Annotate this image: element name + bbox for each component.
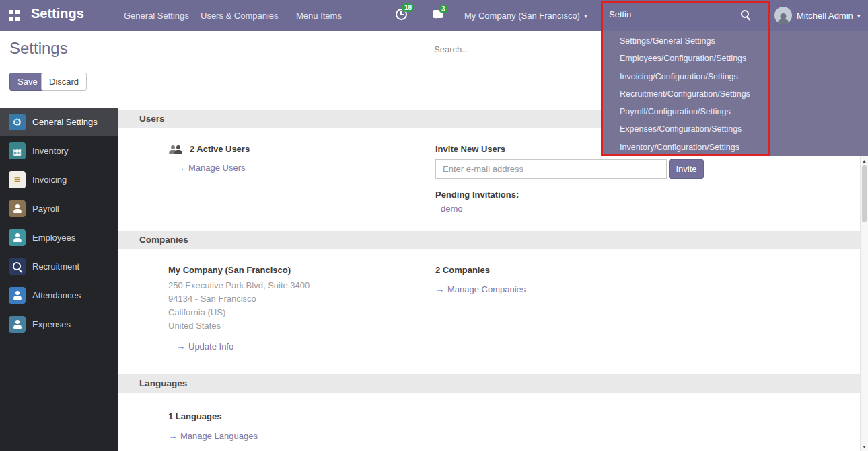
sidebar-item-attendances[interactable]: Attendances [0,281,118,310]
search-result-item[interactable]: Payroll/Configuration/Settings [602,103,868,120]
nav-general-settings[interactable]: General Settings [124,11,189,21]
settings-sidebar: ⚙ General Settings ▦ Inventory ≡ Invoici… [0,108,118,451]
company-name: My Company (San Francisco) [168,265,435,275]
section-header-languages: Languages [118,374,860,393]
search-result-item[interactable]: Settings/General Settings [602,32,868,50]
section-title: Users [139,114,165,124]
address-line: United States [168,319,435,333]
search-results-dropdown: Settings/General Settings Employees/Conf… [602,31,868,156]
search-result-item[interactable]: Expenses/Configuration/Settings [602,120,868,138]
section-companies: Companies My Company (San Francisco) 250… [118,231,860,374]
sidebar-item-general-settings[interactable]: ⚙ General Settings [0,108,118,136]
users-group-icon [168,144,184,154]
sidebar-item-employees[interactable]: Employees [0,223,118,252]
search-result-item[interactable]: Invoicing/Configuration/Settings [602,68,868,85]
search-icon[interactable] [741,10,750,19]
active-users-count: 2 Active Users [190,144,250,154]
scrollbar-thumb[interactable] [862,165,867,222]
sidebar-item-label: General Settings [32,117,98,127]
page-title: Settings [9,39,68,58]
arrow-right-icon: → [176,163,185,173]
settings-content: Users 2 Active Users → Manage Users Invi… [118,108,860,451]
update-info-link[interactable]: → Update Info [176,341,233,352]
chevron-down-icon: ▾ [857,12,861,19]
sidebar-item-inventory[interactable]: ▦ Inventory [0,136,118,165]
section-title: Companies [139,235,188,245]
sidebar-item-recruitment[interactable]: Recruitment [0,252,118,281]
invite-email-input[interactable] [435,159,667,179]
boxes-icon: ▦ [9,142,26,159]
payroll-person-icon [9,200,26,217]
recruitment-search-icon [9,258,26,275]
manage-users-link[interactable]: → Manage Users [176,163,246,173]
manage-languages-link[interactable]: → Manage Languages [168,431,258,441]
address-line: 250 Executive Park Blvd, Suite 3400 [168,279,435,292]
company-address: 250 Executive Park Blvd, Suite 3400 9413… [168,279,435,333]
search-result-item[interactable]: Recruitment/Configuration/Settings [602,85,868,103]
section-header-companies: Companies [118,231,860,249]
arrow-right-icon: → [176,341,185,352]
arrow-right-icon: → [435,284,444,294]
chevron-down-icon: ▾ [584,12,587,19]
section-languages: Languages 1 Languages → Manage Languages [118,374,860,441]
scroll-down-arrow-icon[interactable]: ▼ [861,444,868,449]
arrow-right-icon: → [168,431,177,441]
nav-menu-items[interactable]: Menu Items [296,11,342,21]
pending-invitations-label: Pending Invitations: [435,190,860,200]
search-result-item[interactable]: Inventory/Configuration/Settings [602,138,868,156]
nav-users-companies[interactable]: Users & Companies [201,11,279,21]
companies-count: 2 Companies [435,265,860,275]
address-line: California (US) [168,306,435,319]
section-title: Languages [139,378,187,388]
user-menu[interactable]: Mitchell Admin▾ [797,11,861,21]
expenses-person-icon [9,316,26,333]
top-navbar: Settings General Settings Users & Compan… [0,0,868,31]
apps-grid-icon[interactable] [9,10,20,21]
sidebar-item-invoicing[interactable]: ≡ Invoicing [0,165,118,194]
invite-button[interactable]: Invite [669,159,704,179]
sidebar-item-label: Recruitment [32,261,79,272]
scroll-up-arrow-icon[interactable]: ▲ [861,159,868,163]
save-button[interactable]: Save [9,73,46,91]
activities-badge: 18 [402,3,414,12]
avatar[interactable] [774,7,792,24]
sidebar-item-payroll[interactable]: Payroll [0,194,118,223]
sidebar-item-label: Invoicing [32,175,67,185]
search-result-item[interactable]: Employees/Configuration/Settings [602,50,868,67]
app-title: Settings [31,6,84,22]
gear-icon: ⚙ [9,114,26,130]
messages-badge: 3 [439,5,448,13]
sidebar-item-label: Payroll [32,204,59,214]
company-name: My Company (San Francisco) [464,11,580,21]
sidebar-item-label: Inventory [32,146,68,156]
sidebar-item-label: Expenses [32,319,71,329]
user-silhouette-icon [776,13,790,24]
sidebar-item-label: Employees [32,233,75,243]
employees-people-icon [9,229,26,246]
sidebar-item-expenses[interactable]: Expenses [0,310,118,339]
messages-menu[interactable]: 3 [433,10,446,24]
address-line: 94134 - San Francisco [168,292,435,306]
sidebar-item-label: Attendances [32,290,81,300]
activities-menu[interactable]: 18 [396,9,409,22]
nav-search-underline [608,22,752,22]
attendance-person-icon [9,287,26,304]
manage-companies-link[interactable]: → Manage Companies [435,284,526,294]
pending-invitation-demo[interactable]: demo [441,204,463,214]
user-name: Mitchell Admin [797,11,853,21]
invoice-document-icon: ≡ [9,171,26,188]
discard-button[interactable]: Discard [41,73,87,91]
nav-search-input[interactable]: Settin [609,9,631,19]
languages-count: 1 Languages [168,411,435,421]
company-switcher[interactable]: My Company (San Francisco)▾ [464,11,587,21]
